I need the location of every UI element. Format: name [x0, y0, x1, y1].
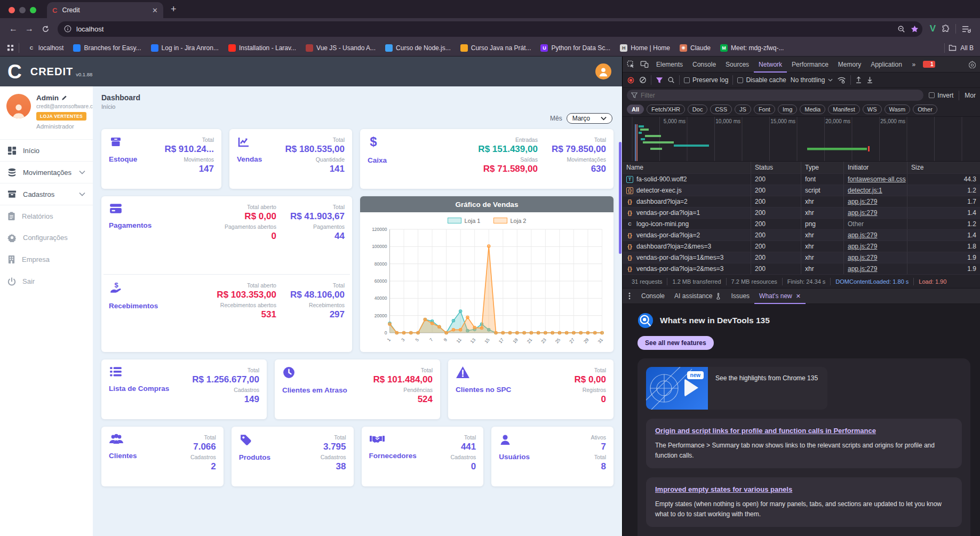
chrome-highlights-tile[interactable]: new See the highlights from Chrome 135: [646, 367, 827, 410]
filter-chip-ws[interactable]: WS: [863, 105, 882, 114]
request-row-vendas-por-dia-loja-2[interactable]: {}vendas-por-dia?loja=2200xhrapp.js:2791…: [623, 230, 980, 241]
header-avatar[interactable]: [595, 63, 611, 79]
initiator-link[interactable]: app.js:279: [848, 231, 877, 239]
filter-input[interactable]: [627, 90, 923, 101]
devtools-tab-application[interactable]: Application: [866, 57, 907, 73]
devtools-tab-memory[interactable]: Memory: [833, 57, 866, 73]
tab-close-icon[interactable]: ✕: [152, 6, 158, 14]
request-row-dashboard-loja-2-mes-3[interactable]: {}dashboard?loja=2&mes=3200xhrapp.js:279…: [623, 241, 980, 252]
close-window-button[interactable]: [9, 7, 15, 13]
throttling-dropdown[interactable]: No throttling: [791, 76, 833, 84]
inspect-element-icon[interactable]: [624, 58, 638, 71]
error-count-badge[interactable]: 1: [923, 61, 936, 68]
sidebar-item-configuracoes[interactable]: Configurações: [0, 227, 93, 249]
back-button[interactable]: ←: [5, 21, 21, 37]
filter-chip-css[interactable]: CSS: [710, 105, 732, 114]
search-icon[interactable]: [667, 76, 675, 84]
filter-chip-other[interactable]: Other: [913, 105, 937, 114]
more-filters-label[interactable]: Mor: [965, 92, 976, 99]
record-icon[interactable]: [627, 76, 635, 84]
export-har-icon[interactable]: [866, 76, 873, 84]
extensions-icon[interactable]: [941, 25, 950, 34]
sidebar-item-sair[interactable]: Sair: [0, 270, 93, 292]
initiator-link[interactable]: app.js:279: [848, 254, 877, 261]
import-har-icon[interactable]: [855, 76, 862, 84]
request-row-vendas-por-dia-loja-1-mes-3[interactable]: {}vendas-por-dia?loja=1&mes=3200xhrapp.j…: [623, 252, 980, 263]
bookmark-item-log-in-jira-anron[interactable]: Log in - Jira Anron...: [147, 43, 223, 53]
new-tab-button[interactable]: +: [171, 4, 177, 15]
url-bar[interactable]: localhost: [58, 21, 922, 37]
bookmark-item-meet-mdg-zfwq[interactable]: MMeet: mdg-zfwq-...: [716, 43, 788, 53]
request-row-fa-solid-900-woff2[interactable]: Tfa-solid-900.woff2200fontfontawesome-al…: [623, 174, 980, 185]
initiator-link[interactable]: app.js:279: [848, 265, 877, 273]
bookmark-item-vue-js-usando-a[interactable]: Vue JS - Usando A...: [301, 43, 380, 53]
column-header-name[interactable]: Name: [623, 162, 751, 173]
tab-list-icon[interactable]: [961, 25, 971, 34]
filter-chip-doc[interactable]: Doc: [688, 105, 708, 114]
column-header-initiator[interactable]: Initiator: [844, 162, 907, 173]
filter-chip-all[interactable]: All: [627, 105, 644, 114]
bookmark-item-curso-de-node-js[interactable]: Curso de Node.js...: [381, 43, 455, 53]
devtools-tab-elements[interactable]: Elements: [651, 57, 688, 73]
more-tabs-icon[interactable]: »: [907, 58, 921, 71]
bookmark-star-icon[interactable]: [910, 25, 919, 34]
devtools-tab-performance[interactable]: Performance: [787, 57, 833, 73]
column-header-size[interactable]: Size: [907, 162, 980, 173]
initiator-link[interactable]: detector.js:1: [848, 187, 882, 194]
month-select[interactable]: Março: [567, 113, 612, 124]
see-all-features-button[interactable]: See all new features: [638, 336, 714, 350]
filter-chip-media[interactable]: Media: [800, 105, 825, 114]
sidebar-item-relatorios[interactable]: Relatórios: [0, 205, 93, 227]
devtools-tab-console[interactable]: Console: [688, 57, 721, 73]
browser-tab[interactable]: C Credit ✕: [47, 2, 163, 18]
preserve-log-checkbox[interactable]: Preserve log: [684, 76, 728, 84]
vue-devtools-icon[interactable]: V: [930, 23, 936, 34]
clear-icon[interactable]: [639, 76, 647, 84]
column-header-type[interactable]: Type: [801, 162, 844, 173]
devtools-settings-gear-icon[interactable]: [965, 58, 979, 71]
reload-button[interactable]: [37, 21, 53, 37]
bookmark-item-python-for-data-sc[interactable]: UPython for Data Sc...: [536, 43, 615, 53]
drawer-tab-what-s-new[interactable]: What's new✕: [754, 288, 806, 304]
page-scrollbar[interactable]: [619, 142, 622, 254]
initiator-link[interactable]: fontawesome-all.css: [848, 175, 906, 183]
devtools-tab-sources[interactable]: Sources: [721, 57, 754, 73]
close-icon[interactable]: ✕: [796, 293, 801, 300]
column-header-status[interactable]: Status: [751, 162, 801, 173]
edit-pencil-icon[interactable]: [61, 95, 67, 101]
drawer-menu-icon[interactable]: [623, 289, 636, 303]
apps-grid-icon[interactable]: [6, 44, 14, 52]
maximize-window-button[interactable]: [30, 7, 36, 13]
filter-chip-wasm[interactable]: Wasm: [885, 105, 911, 114]
zoom-icon[interactable]: [897, 25, 905, 33]
bookmark-item-localhost[interactable]: Clocalhost: [23, 43, 68, 53]
drawer-tab-issues[interactable]: Issues: [726, 288, 754, 304]
bookmark-item-claude[interactable]: ✳Claude: [675, 43, 715, 53]
feature-link[interactable]: Improved empty states for various panels: [655, 485, 792, 493]
filter-chip-font[interactable]: Font: [754, 105, 775, 114]
drawer-tab-console[interactable]: Console: [636, 288, 670, 304]
bookmark-item-installation-larav[interactable]: Installation - Larav...: [224, 43, 300, 53]
minimize-window-button[interactable]: [19, 7, 26, 13]
request-row-logo-icon-mini-png[interactable]: Clogo-icon-mini.png200pngOther1.2: [623, 219, 980, 230]
bookmark-item-home-home[interactable]: HHome | Home: [616, 43, 674, 53]
request-row-dashboard-loja-2[interactable]: {}dashboard?loja=2200xhrapp.js:2791.7: [623, 196, 980, 207]
sidebar-item-empresa[interactable]: Empresa: [0, 249, 93, 270]
request-row-vendas-por-dia-loja-2-mes-3[interactable]: {}vendas-por-dia?loja=2&mes=3200xhrapp.j…: [623, 263, 980, 275]
sidebar-item-inicio[interactable]: Início: [0, 139, 93, 161]
network-timeline-overview[interactable]: 5,000 ms10,000 ms15,000 ms20,000 ms25,00…: [623, 117, 980, 162]
sidebar-item-movimentacoes[interactable]: Movimentações: [0, 161, 93, 183]
filter-chip-js[interactable]: JS: [735, 105, 751, 114]
forward-button[interactable]: →: [21, 21, 37, 37]
all-bookmarks[interactable]: All B: [944, 43, 974, 53]
sidebar-item-cadastros[interactable]: Cadastros: [0, 183, 93, 205]
filter-funnel-icon[interactable]: [656, 77, 663, 84]
invert-checkbox[interactable]: Invert: [929, 92, 953, 99]
devtools-tab-network[interactable]: Network: [754, 57, 787, 73]
profile-avatar[interactable]: [6, 94, 31, 118]
disable-cache-checkbox[interactable]: Disable cache: [737, 76, 786, 84]
filter-chip-manifest[interactable]: Manifest: [828, 105, 860, 114]
feature-link[interactable]: Origin and script links for profile and …: [655, 427, 876, 435]
device-toolbar-icon[interactable]: [638, 58, 651, 71]
request-row-vendas-por-dia-loja-1[interactable]: {}vendas-por-dia?loja=1200xhrapp.js:2791…: [623, 207, 980, 219]
